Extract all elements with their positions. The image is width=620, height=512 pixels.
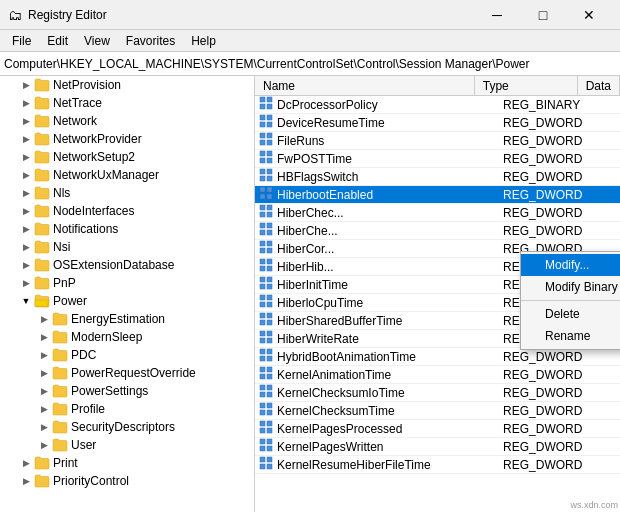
- tree-item-modernsleep[interactable]: ▶ ModernSleep: [0, 328, 254, 346]
- menu-item-help[interactable]: Help: [183, 32, 224, 50]
- reg-name-cell: KernelPagesWritten: [255, 438, 499, 455]
- tree-expand-icon[interactable]: ▶: [18, 257, 34, 273]
- registry-row[interactable]: DeviceResumeTimeREG_DWORD: [255, 114, 620, 132]
- registry-row[interactable]: HiberbootEnabledREG_DWORD: [255, 186, 620, 204]
- reg-name-cell: KernelChecksumTime: [255, 402, 499, 419]
- tree-item-nettrace[interactable]: ▶ NetTrace: [0, 94, 254, 112]
- tree-item-powerrequestoverride[interactable]: ▶ PowerRequestOverride: [0, 364, 254, 382]
- tree-item-nodeinterfaces[interactable]: ▶ NodeInterfaces: [0, 202, 254, 220]
- tree-item-energyestimation[interactable]: ▶ EnergyEstimation: [0, 310, 254, 328]
- tree-item-networksetup2[interactable]: ▶ NetworkSetup2: [0, 148, 254, 166]
- tree-item-pnp[interactable]: ▶ PnP: [0, 274, 254, 292]
- tree-item-nls[interactable]: ▶ Nls: [0, 184, 254, 202]
- main-content: ▶ NetProvision▶ NetTrace▶ Network▶ Netwo…: [0, 76, 620, 512]
- tree-expand-icon[interactable]: ▶: [18, 149, 34, 165]
- registry-row[interactable]: HybridBootAnimationTimeREG_DWORD: [255, 348, 620, 366]
- tree-item-network[interactable]: ▶ Network: [0, 112, 254, 130]
- tree-item-prioritycontrol[interactable]: ▶ PriorityControl: [0, 472, 254, 490]
- tree-item-netprovision[interactable]: ▶ NetProvision: [0, 76, 254, 94]
- tree-item-nsi[interactable]: ▶ Nsi: [0, 238, 254, 256]
- tree-item-power[interactable]: ▼ Power: [0, 292, 254, 310]
- close-button[interactable]: ✕: [566, 0, 612, 30]
- registry-row[interactable]: KernelPagesProcessedREG_DWORD: [255, 420, 620, 438]
- reg-name-cell: HiberChe...: [255, 222, 499, 239]
- tree-expand-icon[interactable]: ▶: [36, 365, 52, 381]
- menu-item-view[interactable]: View: [76, 32, 118, 50]
- tree-expand-icon[interactable]: ▶: [18, 221, 34, 237]
- reg-entry-icon: [259, 294, 273, 311]
- tree-expand-icon[interactable]: ▶: [18, 77, 34, 93]
- registry-row[interactable]: KernelAnimationTimeREG_DWORD: [255, 366, 620, 384]
- reg-entry-icon: [259, 402, 273, 419]
- menu-item-edit[interactable]: Edit: [39, 32, 76, 50]
- registry-row[interactable]: KernelChecksumTimeREG_DWORD: [255, 402, 620, 420]
- tree-expand-icon[interactable]: ▶: [18, 473, 34, 489]
- tree-expand-icon[interactable]: ▶: [36, 437, 52, 453]
- tree-expand-icon[interactable]: ▼: [18, 293, 34, 309]
- registry-row[interactable]: KernelChecksumIoTimeREG_DWORD: [255, 384, 620, 402]
- svg-rect-83: [267, 464, 272, 469]
- tree-expand-icon[interactable]: ▶: [18, 95, 34, 111]
- tree-expand-icon[interactable]: ▶: [36, 347, 52, 363]
- minimize-button[interactable]: ─: [474, 0, 520, 30]
- registry-row[interactable]: KernelPagesWrittenREG_DWORD: [255, 438, 620, 456]
- reg-name: HiberSharedBufferTime: [277, 314, 402, 328]
- tree-expand-icon[interactable]: ▶: [18, 455, 34, 471]
- reg-name: DeviceResumeTime: [277, 116, 385, 130]
- registry-row[interactable]: FwPOSTTimeREG_DWORD: [255, 150, 620, 168]
- menu-item-file[interactable]: File: [4, 32, 39, 50]
- tree-item-print[interactable]: ▶ Print: [0, 454, 254, 472]
- svg-rect-73: [267, 421, 272, 426]
- tree-item-powersettings[interactable]: ▶ PowerSettings: [0, 382, 254, 400]
- tree-item-user[interactable]: ▶ User: [0, 436, 254, 454]
- tree-expand-icon[interactable]: ▶: [18, 275, 34, 291]
- svg-rect-29: [267, 223, 272, 228]
- tree-expand-icon[interactable]: ▶: [18, 113, 34, 129]
- tree-item-osextensiondatabase[interactable]: ▶ OSExtensionDatabase: [0, 256, 254, 274]
- context-menu-item-modify-[interactable]: Modify...: [521, 254, 620, 276]
- tree-expand-icon[interactable]: ▶: [36, 383, 52, 399]
- reg-type-cell: REG_DWORD: [499, 116, 612, 130]
- tree-item-notifications[interactable]: ▶ Notifications: [0, 220, 254, 238]
- svg-rect-41: [267, 277, 272, 282]
- svg-rect-35: [267, 248, 272, 253]
- svg-rect-57: [267, 349, 272, 354]
- tree-item-securitydescriptors[interactable]: ▶ SecurityDescriptors: [0, 418, 254, 436]
- reg-name: KernelChecksumIoTime: [277, 386, 405, 400]
- tree-item-networkprovider[interactable]: ▶ NetworkProvider: [0, 130, 254, 148]
- menu-item-favorites[interactable]: Favorites: [118, 32, 183, 50]
- tree-expand-icon[interactable]: ▶: [36, 329, 52, 345]
- reg-type-cell: REG_DWORD: [499, 224, 612, 238]
- folder-icon: [34, 77, 50, 93]
- tree-item-networkuxmanager[interactable]: ▶ NetworkUxManager: [0, 166, 254, 184]
- reg-name-cell: KernelResumeHiberFileTime: [255, 456, 499, 473]
- tree-expand-icon[interactable]: ▶: [18, 167, 34, 183]
- svg-rect-70: [260, 410, 265, 415]
- tree-expand-icon[interactable]: ▶: [18, 203, 34, 219]
- registry-row[interactable]: FileRunsREG_DWORD: [255, 132, 620, 150]
- context-menu-item-rename[interactable]: Rename: [521, 325, 620, 347]
- maximize-button[interactable]: □: [520, 0, 566, 30]
- tree-item-profile[interactable]: ▶ Profile: [0, 400, 254, 418]
- svg-rect-46: [260, 302, 265, 307]
- tree-item-pdc[interactable]: ▶ PDC: [0, 346, 254, 364]
- context-menu-item-delete[interactable]: Delete: [521, 303, 620, 325]
- reg-name: DcProcessorPolicy: [277, 98, 378, 112]
- tree-expand-icon[interactable]: ▶: [18, 239, 34, 255]
- reg-name-cell: HiberCor...: [255, 240, 499, 257]
- registry-row[interactable]: DcProcessorPolicyREG_BINARY: [255, 96, 620, 114]
- tree-expand-icon[interactable]: ▶: [36, 401, 52, 417]
- registry-row[interactable]: HBFlagsSwitchREG_DWORD: [255, 168, 620, 186]
- registry-row[interactable]: HiberChec...REG_DWORD: [255, 204, 620, 222]
- tree-expand-icon[interactable]: ▶: [36, 311, 52, 327]
- context-menu-item-modify-binary-data-[interactable]: Modify Binary Data...: [521, 276, 620, 298]
- registry-row[interactable]: HiberChe...REG_DWORD: [255, 222, 620, 240]
- tree-expand-icon[interactable]: ▶: [18, 185, 34, 201]
- reg-name-cell: KernelPagesProcessed: [255, 420, 499, 437]
- tree-expand-icon[interactable]: ▶: [36, 419, 52, 435]
- tree-expand-icon[interactable]: ▶: [18, 131, 34, 147]
- registry-row[interactable]: KernelResumeHiberFileTimeREG_DWORD: [255, 456, 620, 474]
- reg-type-cell: REG_DWORD: [499, 152, 612, 166]
- svg-rect-78: [260, 446, 265, 451]
- context-menu-separator: [521, 300, 620, 301]
